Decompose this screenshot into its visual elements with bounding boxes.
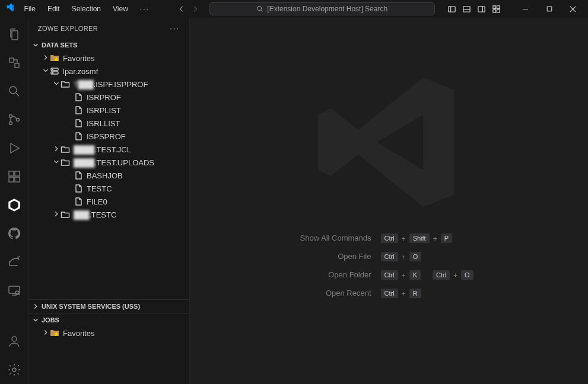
- tree-member[interactable]: TESTC: [28, 182, 189, 195]
- tree-jobs-favorites[interactable]: Favorites: [28, 327, 189, 340]
- nav-forward-button[interactable]: [189, 2, 201, 16]
- tree-member[interactable]: FILE0: [28, 195, 189, 208]
- layout-customize-icon[interactable]: [490, 1, 503, 17]
- tree-member[interactable]: BASHJOB: [28, 169, 189, 182]
- section-header-jobs[interactable]: JOBS: [28, 313, 189, 327]
- menu-edit[interactable]: Edit: [43, 2, 65, 15]
- tree-pds-testc[interactable]: ███.TESTC: [28, 208, 189, 221]
- tree-pds-uploads[interactable]: ████.TEST.UPLOADS: [28, 156, 189, 169]
- svg-rect-10: [15, 63, 19, 68]
- keycap: O: [461, 270, 473, 280]
- activity-scm[interactable]: [0, 105, 28, 134]
- keycap: R: [409, 289, 421, 299]
- shortcut-label: Open File: [253, 252, 371, 261]
- chevron-down-icon: [42, 66, 50, 76]
- activity-run[interactable]: [0, 134, 28, 162]
- keycap: Ctrl: [381, 233, 398, 244]
- svg-rect-2: [463, 6, 470, 11]
- activity-remote[interactable]: [0, 49, 28, 77]
- menu-selection[interactable]: Selection: [67, 2, 106, 15]
- svg-rect-9: [9, 58, 14, 62]
- activity-share[interactable]: [0, 248, 28, 276]
- layout-sidebar-right-icon[interactable]: [475, 1, 488, 17]
- tree-member[interactable]: ISRLLIST: [28, 117, 189, 130]
- tree-pds-testjcl[interactable]: ████.TEST.JCL: [28, 143, 189, 156]
- tree-pds-ispprof[interactable]: T███.ISPF.ISPPROF: [28, 78, 189, 91]
- activity-github[interactable]: [0, 219, 28, 248]
- shortcut-keys: Ctrl+O: [381, 252, 422, 262]
- chevron-down-icon: [52, 79, 61, 89]
- tree-member[interactable]: ISRPROF: [28, 91, 189, 104]
- menu-file[interactable]: File: [20, 2, 40, 15]
- svg-point-22: [12, 368, 16, 372]
- nav-back-button[interactable]: [176, 2, 187, 16]
- tree-favorites[interactable]: Favorites: [28, 52, 189, 65]
- activity-bar: [0, 18, 28, 384]
- tree-member[interactable]: ISRPLIST: [28, 104, 189, 117]
- window-close-button[interactable]: [562, 0, 583, 18]
- keycap: Ctrl: [433, 270, 450, 280]
- activity-explorer[interactable]: [0, 20, 28, 49]
- menu-overflow[interactable]: ···: [135, 2, 154, 15]
- plus-separator: +: [402, 271, 406, 280]
- layout-panel-icon[interactable]: [460, 1, 473, 17]
- star-folder-icon: [50, 328, 59, 338]
- vscode-logo-icon: [6, 4, 15, 14]
- layout-sidebar-left-icon[interactable]: [446, 1, 458, 17]
- tree-profile[interactable]: lpar.zosmf: [28, 65, 189, 78]
- keycap: O: [409, 252, 422, 262]
- folder-icon: [61, 158, 70, 167]
- sidebar-title: ZOWE EXPLORER ···: [28, 18, 189, 39]
- plus-separator: +: [402, 235, 406, 243]
- tree-member[interactable]: ISPSPROF: [28, 130, 189, 143]
- file-icon: [74, 197, 83, 206]
- keycap: P: [441, 233, 452, 244]
- section-header-datasets[interactable]: DATA SETS: [28, 39, 189, 52]
- chevron-right-icon: [31, 302, 40, 311]
- activity-zowe[interactable]: [0, 191, 28, 219]
- search-text: [Extension Development Host] Search: [267, 5, 387, 13]
- shortcut-keys: Ctrl+Shift+P: [381, 233, 453, 244]
- activity-extensions[interactable]: [0, 162, 28, 191]
- section-datasets: DATA SETS Favorites lpar.zosmf T███.IS: [28, 39, 189, 299]
- sidebar: ZOWE EXPLORER ··· DATA SETS Favorites: [28, 18, 190, 384]
- svg-rect-1: [449, 6, 455, 11]
- window-minimize-button[interactable]: [515, 0, 536, 18]
- plus-separator: +: [433, 235, 437, 243]
- svg-point-0: [258, 7, 262, 11]
- shortcut-keys: Ctrl+KCtrl+O: [381, 270, 473, 280]
- shortcut-label: Open Folder: [253, 270, 371, 280]
- shortcut-label: Show All Commands: [253, 233, 371, 243]
- title-bar: File Edit Selection View ··· [Extension …: [0, 0, 588, 18]
- shortcut-row: Open RecentCtrl+R: [253, 289, 526, 299]
- section-jobs: JOBS Favorites: [28, 313, 189, 384]
- plus-separator: +: [402, 253, 406, 261]
- svg-point-25: [53, 69, 53, 70]
- activity-search[interactable]: [0, 77, 28, 105]
- plus-separator: +: [453, 271, 457, 280]
- plus-separator: +: [402, 290, 406, 298]
- keycap: K: [409, 270, 421, 280]
- menu-view[interactable]: View: [108, 2, 133, 15]
- command-center-search[interactable]: [Extension Development Host] Search: [209, 2, 435, 15]
- section-header-uss[interactable]: UNIX SYSTEM SERVICES (USS): [28, 300, 189, 313]
- folder-icon: [61, 79, 70, 89]
- file-icon: [74, 105, 83, 115]
- activity-settings[interactable]: [0, 356, 28, 384]
- file-icon: [74, 119, 83, 128]
- file-icon: [74, 171, 83, 180]
- sidebar-more-icon[interactable]: ···: [170, 24, 180, 33]
- editor-area: Show All CommandsCtrl+Shift+POpen FileCt…: [190, 18, 588, 384]
- activity-remote-explorer[interactable]: [0, 276, 28, 305]
- chevron-down-icon: [31, 316, 40, 324]
- svg-point-12: [9, 115, 12, 118]
- chevron-right-icon: [52, 145, 61, 155]
- svg-rect-6: [493, 9, 496, 12]
- svg-rect-15: [9, 171, 14, 176]
- shortcut-row: Open FileCtrl+O: [253, 252, 526, 262]
- activity-accounts[interactable]: [0, 327, 28, 356]
- chevron-down-icon: [31, 41, 40, 49]
- svg-rect-3: [478, 6, 485, 11]
- window-maximize-button[interactable]: [539, 0, 560, 18]
- folder-icon: [61, 145, 70, 154]
